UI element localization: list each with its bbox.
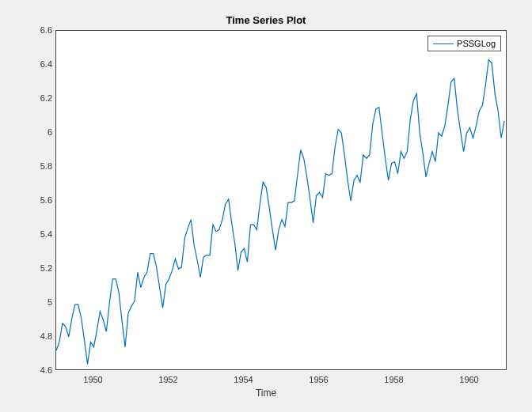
chart-title: Time Series Plot [0,14,532,26]
y-tick-label: 5 [28,297,52,307]
x-tick-label: 1950 [83,375,102,384]
y-tick-label: 5.6 [28,195,52,205]
x-tick-label: 1960 [459,375,478,384]
x-tick-label: 1958 [384,375,403,384]
x-tick-label: 1956 [309,375,328,384]
legend-swatch-icon [433,43,454,44]
y-tick-label: 6 [28,127,52,137]
x-tick-label: 1954 [234,375,253,384]
legend-box[interactable]: PSSGLog [428,36,501,51]
legend-entry: PSSGLog [433,39,496,48]
figure-window: Time Series Plot PSSGLog Time 4.64.855.2… [0,0,532,412]
y-tick-label: 6.2 [28,93,52,103]
y-tick-label: 4.8 [28,331,52,341]
y-tick-label: 4.6 [28,365,52,375]
line-series-pssglog [56,31,507,371]
x-axis-label: Time [0,387,532,399]
legend-label: PSSGLog [457,39,496,48]
y-tick-label: 6.6 [28,25,52,35]
y-tick-label: 6.4 [28,59,52,69]
y-tick-label: 5.8 [28,161,52,171]
y-tick-label: 5.2 [28,263,52,273]
x-tick-label: 1952 [158,375,177,384]
y-tick-label: 5.4 [28,229,52,239]
chart-axes[interactable]: PSSGLog [55,30,507,370]
